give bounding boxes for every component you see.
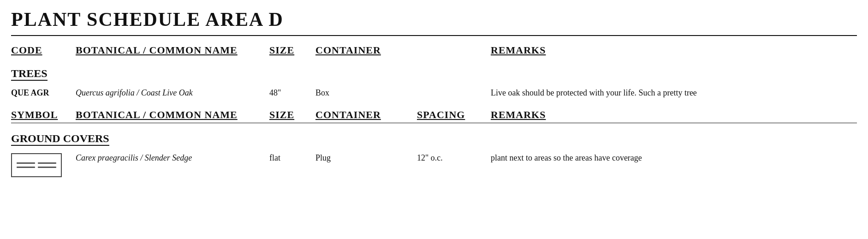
page-title: PLANT SCHEDULE AREA D <box>11 8 857 36</box>
tree-remarks: Live oak should be protected with your l… <box>491 87 857 99</box>
gc-size: flat <box>269 152 315 164</box>
swatch-line-3 <box>38 162 56 164</box>
gc-section-label: GROUND COVERS <box>11 127 857 149</box>
gc-header-botanical: BOTANICAL / COMMON NAME <box>76 109 269 121</box>
trees-header-container: CONTAINER <box>315 44 417 56</box>
trees-header-remarks: REMARKS <box>491 44 857 56</box>
swatch-lines-right <box>38 162 56 168</box>
tree-code: QUE AGR <box>11 87 76 99</box>
swatch-lines-left <box>17 162 35 168</box>
gc-header-spacing: SPACING <box>417 109 491 121</box>
swatch-line-4 <box>38 167 56 168</box>
trees-data-row: QUE AGR Quercus agrifolia / Coast Live O… <box>11 84 857 102</box>
tree-botanical: Quercus agrifolia / Coast Live Oak <box>76 87 269 99</box>
gc-spacing: 12" o.c. <box>417 152 491 164</box>
trees-header-row: CODE BOTANICAL / COMMON NAME SIZE CONTAI… <box>11 44 857 58</box>
trees-section-label: TREES <box>11 62 857 84</box>
trees-header-code: CODE <box>11 44 76 56</box>
gc-container: Plug <box>315 152 417 164</box>
gc-header-row: SYMBOL BOTANICAL / COMMON NAME SIZE CONT… <box>11 109 857 123</box>
gc-header-size: SIZE <box>269 109 315 121</box>
trees-header-size: SIZE <box>269 44 315 56</box>
gc-data-row: Carex praegracilis / Slender Sedge flat … <box>11 149 857 180</box>
tree-container: Box <box>315 87 417 99</box>
gc-header-symbol: SYMBOL <box>11 109 76 121</box>
swatch-line-1 <box>17 162 35 164</box>
gc-header-container: CONTAINER <box>315 109 417 121</box>
swatch-line-2 <box>17 167 35 168</box>
gc-symbol <box>11 152 76 177</box>
symbol-swatch <box>11 153 62 177</box>
gc-header-remarks: REMARKS <box>491 109 857 121</box>
gc-botanical: Carex praegracilis / Slender Sedge <box>76 152 269 164</box>
tree-size: 48" <box>269 87 315 99</box>
trees-header-botanical: BOTANICAL / COMMON NAME <box>76 44 269 56</box>
gc-remarks: plant next to areas so the areas have co… <box>491 152 857 164</box>
